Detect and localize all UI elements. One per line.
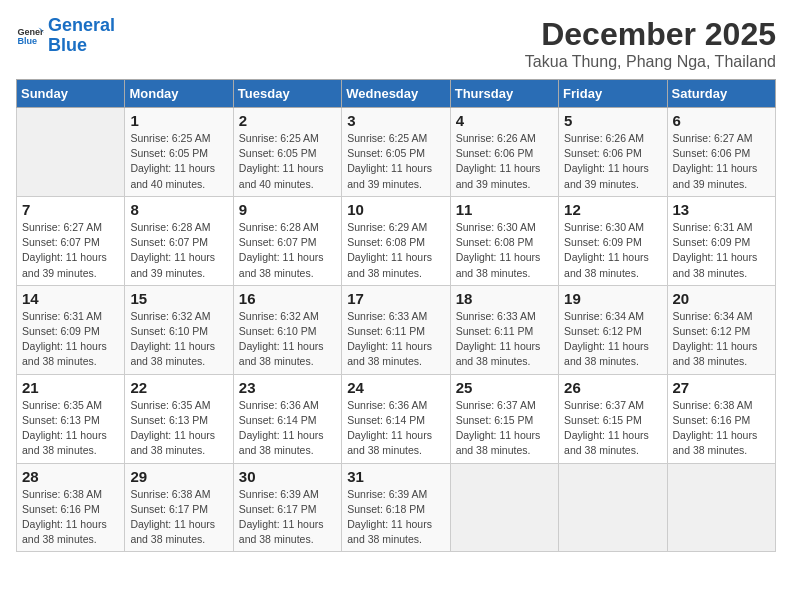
day-number: 27	[673, 379, 770, 396]
weekday-header-row: SundayMondayTuesdayWednesdayThursdayFrid…	[17, 80, 776, 108]
calendar-cell	[667, 463, 775, 552]
calendar-week-row: 7Sunrise: 6:27 AM Sunset: 6:07 PM Daylig…	[17, 196, 776, 285]
day-info: Sunrise: 6:36 AM Sunset: 6:14 PM Dayligh…	[347, 398, 444, 459]
month-title: December 2025	[525, 16, 776, 53]
day-info: Sunrise: 6:35 AM Sunset: 6:13 PM Dayligh…	[130, 398, 227, 459]
calendar-week-row: 28Sunrise: 6:38 AM Sunset: 6:16 PM Dayli…	[17, 463, 776, 552]
day-number: 18	[456, 290, 553, 307]
day-info: Sunrise: 6:32 AM Sunset: 6:10 PM Dayligh…	[239, 309, 336, 370]
calendar-cell: 27Sunrise: 6:38 AM Sunset: 6:16 PM Dayli…	[667, 374, 775, 463]
day-number: 11	[456, 201, 553, 218]
weekday-header-thursday: Thursday	[450, 80, 558, 108]
weekday-header-tuesday: Tuesday	[233, 80, 341, 108]
day-info: Sunrise: 6:38 AM Sunset: 6:17 PM Dayligh…	[130, 487, 227, 548]
calendar-cell: 17Sunrise: 6:33 AM Sunset: 6:11 PM Dayli…	[342, 285, 450, 374]
calendar-cell: 20Sunrise: 6:34 AM Sunset: 6:12 PM Dayli…	[667, 285, 775, 374]
day-info: Sunrise: 6:26 AM Sunset: 6:06 PM Dayligh…	[456, 131, 553, 192]
calendar-cell: 8Sunrise: 6:28 AM Sunset: 6:07 PM Daylig…	[125, 196, 233, 285]
day-info: Sunrise: 6:35 AM Sunset: 6:13 PM Dayligh…	[22, 398, 119, 459]
calendar-cell: 6Sunrise: 6:27 AM Sunset: 6:06 PM Daylig…	[667, 108, 775, 197]
logo-text: General Blue	[48, 16, 115, 56]
weekday-header-sunday: Sunday	[17, 80, 125, 108]
calendar-cell: 18Sunrise: 6:33 AM Sunset: 6:11 PM Dayli…	[450, 285, 558, 374]
calendar-cell: 7Sunrise: 6:27 AM Sunset: 6:07 PM Daylig…	[17, 196, 125, 285]
calendar-cell: 31Sunrise: 6:39 AM Sunset: 6:18 PM Dayli…	[342, 463, 450, 552]
calendar-cell: 3Sunrise: 6:25 AM Sunset: 6:05 PM Daylig…	[342, 108, 450, 197]
day-info: Sunrise: 6:34 AM Sunset: 6:12 PM Dayligh…	[564, 309, 661, 370]
calendar-cell: 15Sunrise: 6:32 AM Sunset: 6:10 PM Dayli…	[125, 285, 233, 374]
day-info: Sunrise: 6:30 AM Sunset: 6:08 PM Dayligh…	[456, 220, 553, 281]
calendar-cell: 4Sunrise: 6:26 AM Sunset: 6:06 PM Daylig…	[450, 108, 558, 197]
location-title: Takua Thung, Phang Nga, Thailand	[525, 53, 776, 71]
calendar-cell: 25Sunrise: 6:37 AM Sunset: 6:15 PM Dayli…	[450, 374, 558, 463]
day-number: 26	[564, 379, 661, 396]
day-info: Sunrise: 6:29 AM Sunset: 6:08 PM Dayligh…	[347, 220, 444, 281]
day-number: 6	[673, 112, 770, 129]
calendar-cell: 26Sunrise: 6:37 AM Sunset: 6:15 PM Dayli…	[559, 374, 667, 463]
day-number: 28	[22, 468, 119, 485]
day-info: Sunrise: 6:28 AM Sunset: 6:07 PM Dayligh…	[130, 220, 227, 281]
day-number: 13	[673, 201, 770, 218]
day-info: Sunrise: 6:27 AM Sunset: 6:06 PM Dayligh…	[673, 131, 770, 192]
day-info: Sunrise: 6:36 AM Sunset: 6:14 PM Dayligh…	[239, 398, 336, 459]
day-info: Sunrise: 6:26 AM Sunset: 6:06 PM Dayligh…	[564, 131, 661, 192]
day-info: Sunrise: 6:32 AM Sunset: 6:10 PM Dayligh…	[130, 309, 227, 370]
day-info: Sunrise: 6:31 AM Sunset: 6:09 PM Dayligh…	[673, 220, 770, 281]
day-number: 2	[239, 112, 336, 129]
day-number: 23	[239, 379, 336, 396]
calendar-table: SundayMondayTuesdayWednesdayThursdayFrid…	[16, 79, 776, 552]
calendar-cell: 28Sunrise: 6:38 AM Sunset: 6:16 PM Dayli…	[17, 463, 125, 552]
calendar-week-row: 14Sunrise: 6:31 AM Sunset: 6:09 PM Dayli…	[17, 285, 776, 374]
svg-text:Blue: Blue	[17, 36, 37, 46]
day-info: Sunrise: 6:27 AM Sunset: 6:07 PM Dayligh…	[22, 220, 119, 281]
day-number: 31	[347, 468, 444, 485]
weekday-header-wednesday: Wednesday	[342, 80, 450, 108]
calendar-cell: 24Sunrise: 6:36 AM Sunset: 6:14 PM Dayli…	[342, 374, 450, 463]
day-number: 5	[564, 112, 661, 129]
calendar-cell: 1Sunrise: 6:25 AM Sunset: 6:05 PM Daylig…	[125, 108, 233, 197]
day-number: 8	[130, 201, 227, 218]
day-info: Sunrise: 6:37 AM Sunset: 6:15 PM Dayligh…	[456, 398, 553, 459]
calendar-cell: 2Sunrise: 6:25 AM Sunset: 6:05 PM Daylig…	[233, 108, 341, 197]
day-number: 24	[347, 379, 444, 396]
calendar-cell: 5Sunrise: 6:26 AM Sunset: 6:06 PM Daylig…	[559, 108, 667, 197]
day-info: Sunrise: 6:39 AM Sunset: 6:18 PM Dayligh…	[347, 487, 444, 548]
calendar-cell: 9Sunrise: 6:28 AM Sunset: 6:07 PM Daylig…	[233, 196, 341, 285]
calendar-cell: 19Sunrise: 6:34 AM Sunset: 6:12 PM Dayli…	[559, 285, 667, 374]
day-number: 7	[22, 201, 119, 218]
calendar-cell: 12Sunrise: 6:30 AM Sunset: 6:09 PM Dayli…	[559, 196, 667, 285]
weekday-header-friday: Friday	[559, 80, 667, 108]
svg-text:General: General	[17, 26, 44, 36]
day-info: Sunrise: 6:25 AM Sunset: 6:05 PM Dayligh…	[239, 131, 336, 192]
calendar-cell: 23Sunrise: 6:36 AM Sunset: 6:14 PM Dayli…	[233, 374, 341, 463]
day-number: 17	[347, 290, 444, 307]
calendar-week-row: 21Sunrise: 6:35 AM Sunset: 6:13 PM Dayli…	[17, 374, 776, 463]
day-info: Sunrise: 6:30 AM Sunset: 6:09 PM Dayligh…	[564, 220, 661, 281]
day-info: Sunrise: 6:33 AM Sunset: 6:11 PM Dayligh…	[456, 309, 553, 370]
calendar-cell	[450, 463, 558, 552]
day-number: 29	[130, 468, 227, 485]
day-info: Sunrise: 6:38 AM Sunset: 6:16 PM Dayligh…	[22, 487, 119, 548]
day-number: 30	[239, 468, 336, 485]
day-info: Sunrise: 6:25 AM Sunset: 6:05 PM Dayligh…	[347, 131, 444, 192]
logo: General Blue General Blue	[16, 16, 115, 56]
day-number: 10	[347, 201, 444, 218]
day-info: Sunrise: 6:34 AM Sunset: 6:12 PM Dayligh…	[673, 309, 770, 370]
day-number: 25	[456, 379, 553, 396]
weekday-header-saturday: Saturday	[667, 80, 775, 108]
header: General Blue General Blue December 2025 …	[16, 16, 776, 71]
day-number: 15	[130, 290, 227, 307]
day-number: 12	[564, 201, 661, 218]
calendar-cell: 22Sunrise: 6:35 AM Sunset: 6:13 PM Dayli…	[125, 374, 233, 463]
calendar-cell: 13Sunrise: 6:31 AM Sunset: 6:09 PM Dayli…	[667, 196, 775, 285]
day-number: 3	[347, 112, 444, 129]
day-info: Sunrise: 6:37 AM Sunset: 6:15 PM Dayligh…	[564, 398, 661, 459]
day-number: 22	[130, 379, 227, 396]
day-number: 16	[239, 290, 336, 307]
logo-icon: General Blue	[16, 22, 44, 50]
calendar-cell: 30Sunrise: 6:39 AM Sunset: 6:17 PM Dayli…	[233, 463, 341, 552]
day-number: 1	[130, 112, 227, 129]
day-info: Sunrise: 6:39 AM Sunset: 6:17 PM Dayligh…	[239, 487, 336, 548]
calendar-week-row: 1Sunrise: 6:25 AM Sunset: 6:05 PM Daylig…	[17, 108, 776, 197]
weekday-header-monday: Monday	[125, 80, 233, 108]
